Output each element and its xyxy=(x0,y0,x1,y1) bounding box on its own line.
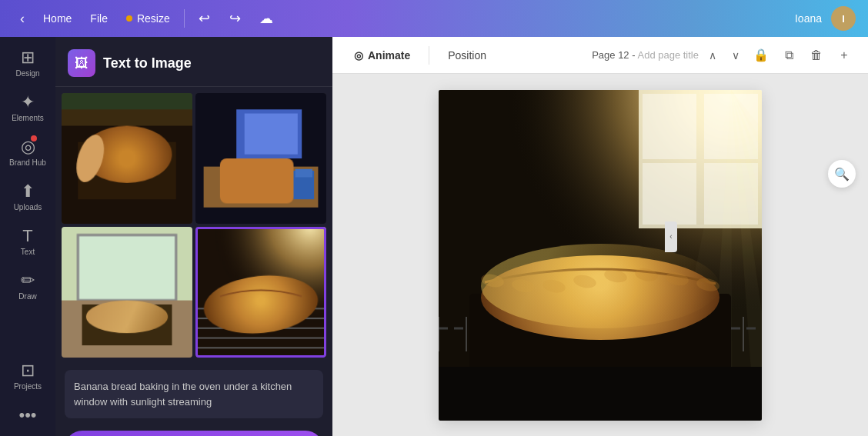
top-navigation: ‹ Home File Resize ↩ ↪ ☁ Ioana I xyxy=(0,0,868,37)
file-button[interactable]: File xyxy=(82,8,115,29)
sidebar-item-text[interactable]: T Text xyxy=(3,221,52,263)
sidebar-item-elements[interactable]: ✦ Elements xyxy=(3,88,52,129)
animate-button[interactable]: ◎ Animate xyxy=(345,45,419,66)
image-grid xyxy=(55,87,332,364)
more-icon: ••• xyxy=(18,407,36,424)
sidebar-item-projects[interactable]: ⊡ Projects xyxy=(3,356,52,398)
page-up-button[interactable]: ∧ xyxy=(703,46,722,65)
brand-hub-icon: ◎ xyxy=(21,138,35,155)
left-panel: 🖼 Text to Image Banana bread baking xyxy=(55,37,332,436)
cloud-save-button[interactable]: ☁ xyxy=(252,5,280,32)
sidebar-item-uploads[interactable]: ⬆ Uploads xyxy=(3,177,52,218)
page-down-button[interactable]: ∨ xyxy=(726,46,745,65)
undo-button[interactable]: ↩ xyxy=(191,5,219,32)
draw-icon: ✏ xyxy=(21,272,35,289)
main-area: ⊞ Design ✦ Elements ◎ Brand Hub ⬆ Upload… xyxy=(0,37,868,436)
create-again-button[interactable]: ↻ Create again xyxy=(65,431,323,436)
uploads-icon: ⬆ xyxy=(21,183,35,200)
prompt-text: Banana bread baking in the oven under a … xyxy=(65,370,323,418)
search-tool-button[interactable]: 🔍 xyxy=(828,160,856,188)
canvas-content xyxy=(332,74,868,436)
position-button[interactable]: Position xyxy=(439,45,496,66)
duplicate-page-button[interactable]: ⧉ xyxy=(777,44,800,67)
delete-page-button[interactable]: 🗑 xyxy=(805,44,828,67)
design-icon: ⊞ xyxy=(21,49,35,66)
nav-divider xyxy=(184,9,185,28)
panel-icon: 🖼 xyxy=(68,49,95,77)
page-label: Page 12 - Add page title xyxy=(592,49,699,61)
username-label: Ioana xyxy=(795,12,822,25)
page-title-placeholder[interactable]: Add page title xyxy=(637,49,699,61)
panel-header: 🖼 Text to Image xyxy=(55,37,332,87)
grid-image-3[interactable] xyxy=(62,227,192,358)
sidebar-item-more[interactable]: ••• xyxy=(3,401,52,430)
grid-image-1[interactable] xyxy=(62,93,192,224)
text-icon: T xyxy=(22,228,32,245)
canvas-toolbar: ◎ Animate Position Page 12 - Add page ti… xyxy=(332,37,868,74)
animate-icon: ◎ xyxy=(354,49,363,62)
resize-button[interactable]: Resize xyxy=(119,8,178,29)
redo-button[interactable]: ↪ xyxy=(222,5,249,32)
panel-title: Text to Image xyxy=(103,55,192,72)
sidebar-item-design[interactable]: ⊞ Design xyxy=(3,43,52,85)
canvas-area: ‹ ◎ Animate Position Page 12 - Add page … xyxy=(332,37,868,436)
page-indicator: Page 12 - Add page title ∧ ∨ 🔒 ⧉ 🗑 + xyxy=(592,44,856,67)
lock-page-button[interactable]: 🔒 xyxy=(749,44,773,67)
add-page-button[interactable]: + xyxy=(833,44,856,67)
collapse-panel-button[interactable]: ‹ xyxy=(665,221,677,252)
home-button[interactable]: Home xyxy=(35,8,79,29)
user-avatar[interactable]: I xyxy=(831,6,856,31)
sidebar: ⊞ Design ✦ Elements ◎ Brand Hub ⬆ Upload… xyxy=(0,37,55,436)
canvas-frame[interactable] xyxy=(439,90,762,421)
sidebar-item-draw[interactable]: ✏ Draw xyxy=(3,266,52,308)
toolbar-separator xyxy=(429,46,429,65)
elements-icon: ✦ xyxy=(21,94,35,111)
projects-icon: ⊡ xyxy=(21,362,35,379)
back-button[interactable]: ‹ xyxy=(12,6,32,32)
grid-image-4[interactable] xyxy=(195,227,326,358)
grid-image-2[interactable] xyxy=(195,93,326,224)
sidebar-item-brand-hub[interactable]: ◎ Brand Hub xyxy=(3,132,52,174)
resize-dot-icon xyxy=(126,15,132,22)
